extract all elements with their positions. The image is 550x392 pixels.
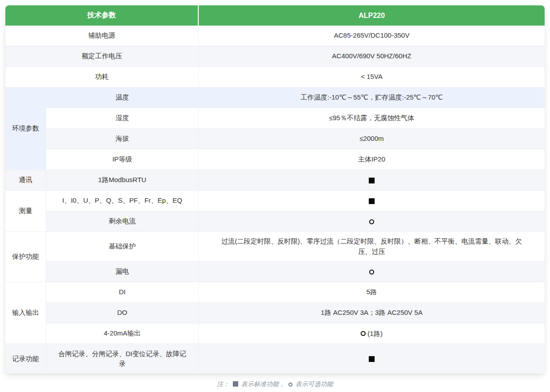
legend-optional-label: 表示可选功能: [296, 380, 333, 388]
group-cell-communication: 通讯: [5, 170, 46, 191]
value-cell: [199, 211, 545, 232]
value-cell: ≤2000m: [199, 129, 545, 149]
table-row: 环境参数 温度 工作温度:-10℃～55℃，贮存温度:-25℃～70℃: [5, 87, 545, 108]
group-cell-io: 输入输出: [5, 282, 46, 344]
table-row: 功耗 < 15VA: [5, 67, 545, 87]
table-row: 测量 I、I0、U、P、Q、S、PF、Fr、Ep、EQ: [5, 191, 545, 211]
table-row: 保护功能 基础保护 过流(二段定时限、反时限)、零序过流（二段定时限、反时限）、…: [5, 232, 545, 261]
param-cell: 合闸记录、分闸记录、DI变位记录、故障记录: [46, 344, 199, 374]
param-cell: DI: [46, 282, 199, 303]
optional-function-icon: [369, 270, 374, 274]
value-cell: 5路: [199, 282, 545, 303]
optional-function-icon: [369, 219, 374, 224]
table-row: 额定工作电压 AC400V/690V 50HZ/60HZ: [5, 46, 545, 67]
standard-function-icon: [369, 178, 375, 183]
param-cell: DO: [46, 303, 199, 323]
group-cell-records: 记录功能: [5, 344, 46, 374]
table-row: 记录功能 合闸记录、分闸记录、DI变位记录、故障记录: [5, 344, 545, 374]
table-row: 通讯 1路ModbusRTU: [5, 170, 545, 191]
value-cell: AC85-265V/DC100-350V: [199, 26, 545, 46]
table-row: IP等级 主体IP20: [5, 149, 545, 170]
standard-function-legend-icon: [233, 381, 238, 387]
param-cell: 辅助电源: [5, 26, 199, 46]
param-cell: 功耗: [5, 67, 199, 87]
value-cell: 主体IP20: [199, 149, 545, 170]
legend-note: 注：表示标准功能，表示可选功能: [0, 380, 550, 388]
value-cell: [199, 344, 545, 374]
table-row: 辅助电源 AC85-265V/DC100-350V: [5, 26, 545, 46]
param-cell: 基础保护: [46, 232, 199, 261]
legend-standard-label: 表示标准功能，: [241, 380, 285, 388]
table-row: 4-20mA输出 (1路): [5, 323, 545, 344]
value-cell: 工作温度:-10℃～55℃，贮存温度:-25℃～70℃: [199, 87, 545, 108]
table-header-row: 技术参数 ALP220: [5, 5, 545, 26]
value-cell: 过流(二段定时限、反时限)、零序过流（二段定时限、反时限）、断相、不平衡、电流需…: [199, 232, 545, 261]
group-cell-protection: 保护功能: [5, 232, 46, 282]
table-row: 漏电: [5, 261, 545, 282]
value-cell: < 15VA: [199, 67, 545, 87]
table-row: 输入输出 DI 5路: [5, 282, 545, 303]
table-row: 海拔 ≤2000m: [5, 129, 545, 149]
param-cell: 海拔: [46, 129, 199, 149]
value-cell: ≤95％不结露，无腐蚀性气体: [199, 108, 545, 129]
table-row: 剩余电流: [5, 211, 545, 232]
table-row: 湿度 ≤95％不结露，无腐蚀性气体: [5, 108, 545, 129]
header-tech-params: 技术参数: [5, 5, 199, 26]
value-cell: (1路): [199, 323, 545, 344]
group-cell-environment: 环境参数: [5, 87, 46, 170]
legend-note-prefix: 注：: [217, 380, 230, 388]
value-cell: 1路 AC250V 3A；3路 AC250V 5A: [199, 303, 545, 323]
param-cell: 湿度: [46, 108, 199, 129]
value-cell: [199, 261, 545, 282]
header-model: ALP220: [199, 5, 545, 26]
spec-table: 技术参数 ALP220 辅助电源 AC85-265V/DC100-350V 额定…: [5, 5, 545, 374]
param-cell: 4-20mA输出: [46, 323, 199, 344]
param-cell: 剩余电流: [46, 211, 199, 232]
value-cell: [199, 191, 545, 211]
param-cell: 1路ModbusRTU: [46, 170, 199, 191]
optional-function-legend-icon: [288, 383, 292, 387]
param-cell: I、I0、U、P、Q、S、PF、Fr、Ep、EQ: [46, 191, 199, 211]
value-suffix: (1路): [367, 330, 382, 337]
spec-table-card: 技术参数 ALP220 辅助电源 AC85-265V/DC100-350V 额定…: [5, 5, 545, 374]
param-cell: 额定工作电压: [5, 46, 199, 67]
param-cell: 温度: [46, 87, 199, 108]
param-cell: IP等级: [46, 149, 199, 170]
standard-function-icon: [369, 356, 375, 362]
param-cell: 漏电: [46, 261, 199, 282]
value-cell: AC400V/690V 50HZ/60HZ: [199, 46, 545, 67]
group-cell-measurement: 测量: [5, 191, 46, 232]
value-cell: [199, 170, 545, 191]
standard-function-icon: [369, 198, 375, 204]
table-row: DO 1路 AC250V 3A；3路 AC250V 5A: [5, 303, 545, 323]
optional-function-icon: [361, 331, 366, 336]
